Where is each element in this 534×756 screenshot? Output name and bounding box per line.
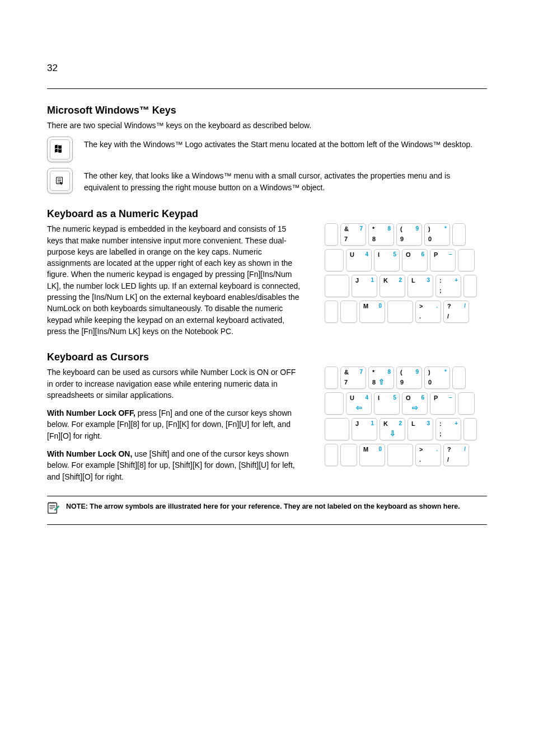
note-text: NOTE: The arrow symbols are illustrated … bbox=[66, 502, 460, 512]
keypad-key-o: O6 bbox=[402, 249, 428, 271]
cursors-numlock-off: With Number Lock OFF, press [Fn] and one… bbox=[47, 407, 301, 442]
cursor-key-o-right: O6 ⇨ bbox=[402, 392, 428, 415]
svg-rect-4 bbox=[48, 503, 57, 513]
keypad-key-8: *88 bbox=[368, 223, 394, 246]
numeric-keypad-illustration: &77 *88 (99 )0* U4 I5 O6 P− J1 bbox=[313, 223, 487, 323]
keypad-key-i: I5 bbox=[374, 249, 400, 271]
numlock-off-label: With Number Lock OFF, bbox=[47, 408, 135, 417]
cursor-key-semicolon: :;+ bbox=[435, 418, 461, 440]
keypad-key-k: K2 bbox=[380, 275, 405, 297]
ms-windows-keys-title: Microsoft Windows™ Keys bbox=[47, 105, 487, 116]
arrow-right-icon: ⇨ bbox=[412, 404, 418, 411]
cursor-key-slash: ?// bbox=[443, 444, 469, 466]
keypad-key-p: P− bbox=[430, 249, 456, 271]
menu-key-row: The other key, that looks like a Windows… bbox=[47, 168, 487, 194]
cursor-key-j: J1 bbox=[352, 418, 377, 440]
cursor-key-9: (99 bbox=[396, 367, 422, 389]
windows-logo-icon bbox=[54, 144, 65, 155]
keypad-key-l: L3 bbox=[407, 275, 433, 297]
keypad-key-j: J1 bbox=[352, 275, 377, 297]
horizontal-rule bbox=[47, 88, 487, 89]
arrow-up-icon: ⇧ bbox=[378, 378, 385, 386]
numeric-keypad-title: Keyboard as a Numeric Keypad bbox=[47, 208, 487, 220]
cursor-key-0: )0* bbox=[424, 367, 450, 389]
note-icon bbox=[47, 502, 59, 514]
note-box: NOTE: The arrow symbols are illustrated … bbox=[47, 496, 487, 525]
cursor-key-period: >.. bbox=[415, 444, 441, 466]
windows-logo-key bbox=[47, 137, 73, 162]
keypad-key-semicolon: :;+ bbox=[435, 275, 461, 297]
cursor-key-8-up: *88 ⇧ bbox=[368, 367, 394, 389]
keypad-key-9: (99 bbox=[396, 223, 422, 246]
arrow-down-icon: ⇩ bbox=[390, 430, 396, 437]
keypad-key-u: U4 bbox=[346, 249, 372, 271]
cursor-keypad-illustration: &77 *88 ⇧ (99 )0* U4 ⇦ I5 O6 ⇨ bbox=[313, 367, 487, 466]
menu-key-description: The other key, that looks like a Windows… bbox=[84, 168, 487, 193]
cursors-numlock-on: With Number Lock ON, use [Shift] and one… bbox=[47, 448, 301, 482]
windows-logo-key-description: The key with the Windows™ Logo activates… bbox=[84, 137, 472, 150]
page-number: 32 bbox=[47, 63, 58, 74]
cursors-title: Keyboard as Cursors bbox=[47, 351, 487, 363]
numeric-keypad-text: The numeric keypad is embedded in the ke… bbox=[47, 223, 301, 337]
windows-logo-key-row: The key with the Windows™ Logo activates… bbox=[47, 137, 487, 162]
keypad-key-7: &77 bbox=[340, 223, 366, 246]
keypad-key-period: >.. bbox=[415, 300, 441, 323]
cursor-key-i: I5 bbox=[374, 392, 400, 415]
cursor-key-m: M0 bbox=[359, 444, 385, 466]
numlock-on-label: With Number Lock ON, bbox=[47, 449, 132, 458]
cursor-key-u-left: U4 ⇦ bbox=[346, 392, 372, 415]
menu-key bbox=[47, 168, 73, 194]
menu-with-cursor-icon bbox=[55, 176, 65, 186]
cursor-key-7: &77 bbox=[340, 367, 366, 389]
arrow-left-icon: ⇦ bbox=[356, 404, 362, 411]
keypad-key-slash: ?// bbox=[443, 300, 469, 323]
cursor-key-k-down: K2 ⇩ bbox=[380, 418, 405, 440]
cursor-key-l: L3 bbox=[407, 418, 433, 440]
cursors-text: The keyboard can be used as cursors whil… bbox=[47, 367, 301, 401]
cursor-key-p: P− bbox=[430, 392, 456, 415]
keypad-key-0: )0* bbox=[424, 223, 450, 246]
ms-windows-keys-intro: There are two special Windows™ keys on t… bbox=[47, 120, 487, 131]
keypad-key-m: M0 bbox=[359, 300, 385, 323]
